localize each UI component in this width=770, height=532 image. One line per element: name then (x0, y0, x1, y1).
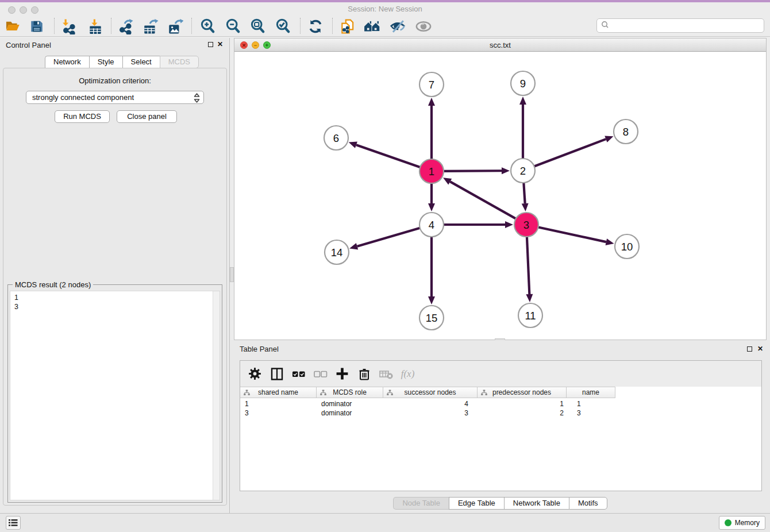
close-panel-icon[interactable]: ✕ (757, 345, 763, 353)
open-file-icon[interactable] (3, 18, 22, 35)
select-stepper-icon (194, 93, 200, 105)
memory-label: Memory (735, 519, 760, 527)
column-header-shared-name[interactable]: shared name (240, 387, 317, 398)
graph-node-4[interactable]: 4 (419, 213, 444, 237)
show-graphics-details-icon[interactable] (414, 18, 433, 35)
import-network-icon[interactable] (59, 18, 78, 35)
settings-gear-icon[interactable] (247, 366, 263, 381)
close-panel-button[interactable]: Close panel (117, 110, 177, 123)
first-neighbors-icon[interactable] (363, 18, 382, 35)
select-all-checks-icon[interactable] (291, 366, 306, 381)
graph-edge-4-14[interactable] (349, 228, 421, 249)
cell-shared-name: 3 (240, 408, 317, 418)
export-image-icon[interactable] (165, 18, 185, 35)
graph-node-14[interactable]: 14 (325, 240, 349, 264)
zoom-out-icon[interactable] (224, 18, 243, 35)
svg-text:7: 7 (429, 79, 434, 91)
memory-button[interactable]: Memory (719, 516, 765, 530)
column-label: successor nodes (404, 388, 456, 396)
zoom-in-icon[interactable] (198, 18, 218, 35)
zoom-selected-icon[interactable] (274, 18, 293, 35)
close-panel-icon[interactable]: ✕ (217, 40, 223, 48)
tab-node-table[interactable]: Node Table (393, 497, 449, 510)
graph-edge-4-15[interactable] (428, 236, 435, 304)
table-row[interactable]: 3 dominator 3 2 3 (240, 408, 615, 418)
column-header-successor-nodes[interactable]: successor nodes (383, 387, 478, 398)
show-column-icon[interactable] (269, 366, 284, 381)
mcds-result-line: 3 (10, 302, 220, 311)
export-network-icon[interactable] (116, 18, 135, 35)
svg-text:2: 2 (520, 165, 526, 177)
tab-edge-table[interactable]: Edge Table (449, 497, 504, 510)
search-icon (600, 20, 610, 32)
toolbar-separator (300, 18, 301, 34)
svg-text:4: 4 (429, 219, 434, 231)
import-table-icon[interactable] (86, 18, 105, 35)
scrollbar[interactable] (213, 291, 220, 500)
save-session-icon[interactable] (27, 18, 47, 35)
hierarchy-icon (481, 390, 487, 398)
tab-network-table[interactable]: Network Table (504, 497, 569, 510)
tab-network[interactable]: Network (45, 56, 89, 68)
graph-node-11[interactable]: 11 (518, 303, 542, 327)
cell-name: 1 (567, 399, 615, 408)
graph-edge-3-1[interactable] (443, 178, 517, 219)
search-field (596, 18, 764, 33)
tab-motifs[interactable]: Motifs (569, 497, 607, 510)
graph-node-9[interactable]: 9 (511, 71, 535, 95)
clone-network-icon[interactable] (338, 18, 357, 35)
add-column-icon[interactable] (334, 366, 350, 381)
refresh-icon[interactable] (306, 18, 325, 35)
graph-edge-4-3[interactable] (442, 221, 513, 228)
hierarchy-icon (387, 390, 393, 398)
graph-node-7[interactable]: 7 (419, 72, 444, 97)
column-header-predecessor-nodes[interactable]: predecessor nodes (478, 387, 567, 398)
status-menu-button[interactable] (6, 516, 21, 530)
graph-edge-2-9[interactable] (519, 97, 526, 160)
column-header-name[interactable]: name (567, 387, 615, 398)
hide-graphics-details-icon[interactable] (388, 18, 407, 35)
graph-edge-1-4[interactable] (428, 182, 435, 211)
graph-edge-3-11[interactable] (526, 236, 533, 302)
function-builder-icon[interactable]: f(x) (400, 366, 415, 381)
graph-node-2[interactable]: 2 (511, 159, 535, 183)
tab-mcds[interactable]: MCDS (160, 56, 199, 68)
graph-node-6[interactable]: 6 (324, 126, 348, 150)
graph-node-1[interactable]: 1 (419, 159, 444, 183)
graph-edge-1-6[interactable] (349, 142, 421, 168)
search-input[interactable] (610, 22, 764, 30)
delete-column-icon[interactable] (356, 366, 372, 381)
run-mcds-button[interactable]: Run MCDS (55, 110, 110, 123)
optimization-select[interactable]: strongly connected component (26, 91, 204, 104)
network-titlebar: ✕ − + scc.txt (234, 38, 766, 52)
column-label: shared name (258, 388, 298, 396)
network-canvas[interactable]: 7968124314101511 (234, 52, 766, 340)
cell-predecessor-nodes: 2 (478, 408, 567, 418)
tab-select[interactable]: Select (122, 56, 160, 68)
graph-edge-3-10[interactable] (537, 227, 614, 245)
mcds-result-text[interactable]: 1 3 (10, 291, 220, 500)
graph-node-10[interactable]: 10 (615, 234, 639, 259)
mcds-result-title: MCDS result (2 nodes) (13, 280, 93, 289)
graph-node-15[interactable]: 15 (419, 306, 444, 330)
tab-style[interactable]: Style (89, 56, 122, 68)
graph-node-8[interactable]: 8 (614, 119, 638, 144)
table-header-row: shared name MCDS role successor nodes pr… (240, 387, 615, 398)
table-toolbar: f(x) (240, 361, 761, 387)
float-panel-icon[interactable] (747, 346, 752, 352)
delete-table-icon[interactable] (378, 366, 394, 381)
mcds-panel: Optimization criterion: strongly connect… (3, 68, 227, 506)
deselect-all-checks-icon[interactable] (313, 366, 328, 381)
export-table-icon[interactable] (141, 18, 160, 35)
graph-edge-1-2[interactable] (442, 167, 510, 174)
vertical-splitter-grip[interactable] (230, 267, 234, 282)
graph-edge-2-3[interactable] (522, 182, 529, 211)
graph-edge-2-8[interactable] (533, 136, 614, 167)
column-header-mcds-role[interactable]: MCDS role (317, 387, 383, 398)
float-panel-icon[interactable] (208, 42, 213, 47)
optimization-value: strongly connected component (32, 93, 134, 102)
table-row[interactable]: 1 dominator 4 1 1 (240, 399, 615, 408)
zoom-fit-icon[interactable] (248, 18, 268, 35)
graph-node-3[interactable]: 3 (514, 213, 538, 237)
graph-edge-1-7[interactable] (428, 98, 435, 160)
